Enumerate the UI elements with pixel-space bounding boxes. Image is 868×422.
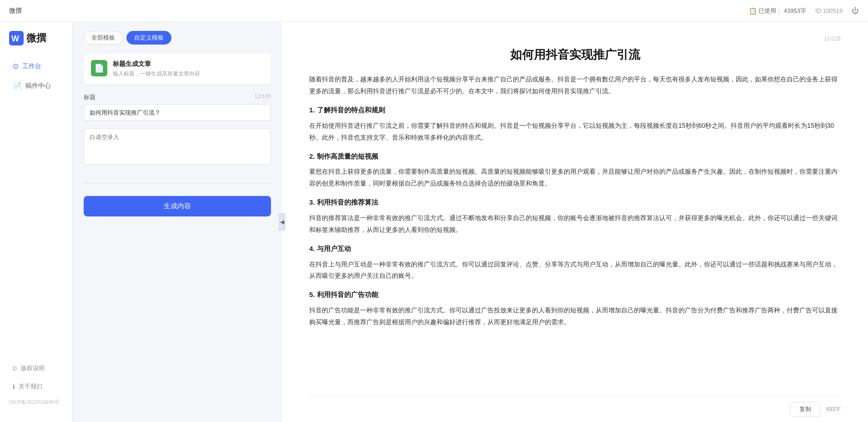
title-char-count: 12/100	[254, 93, 271, 101]
logo-icon: W	[9, 31, 24, 45]
article-paragraph: 在抖音上与用户互动是一种非常有效的推广引流方式。你可以通过回复评论、点赞、分享等…	[309, 259, 841, 282]
article-paragraph: 随着抖音的普及，越来越多的人开始利用这个短视频分享平台来推广自己的产品或服务。抖…	[309, 74, 841, 97]
sidebar-item-about[interactable]: ℹ 关于我们	[4, 378, 69, 395]
icp-text: ©ICP备2022016846号	[0, 396, 72, 408]
topbar-title: 微撰	[9, 7, 22, 15]
sidebar-item-copyright-label: 版权说明	[21, 364, 45, 372]
filter-tab-all[interactable]: 全部模板	[84, 31, 123, 45]
template-desc: 输入标题，一键生成高质量文章内容	[113, 70, 200, 78]
sidebar-item-copyright[interactable]: © 版权说明	[4, 360, 69, 377]
sidebar-item-drafts[interactable]: 📄 稿件中心	[4, 77, 69, 95]
copy-button[interactable]: 复制	[790, 402, 821, 417]
article-paragraph: 在开始使用抖音进行推广引流之前，你需要了解抖音的特点和规则。抖音是一个短视频分享…	[309, 120, 841, 144]
filter-tabs: 全部模板 自定义模板	[84, 31, 271, 45]
main-layout: W 微撰 ⊙ 工作台 📄 稿件中心 © 版权说明 ℹ 关于我们 ©ICP备202…	[0, 22, 868, 422]
right-panel-footer: 复制 693字	[309, 396, 841, 422]
template-card-icon: 📄	[91, 60, 107, 76]
article-paragraph: 抖音的推荐算法是一种非常有效的推广引流方式。通过不断地发布和分享自己的短视频，你…	[309, 212, 841, 236]
about-icon: ℹ	[13, 383, 15, 390]
logo: W 微撰	[0, 31, 72, 56]
drafts-icon: 📄	[13, 81, 22, 90]
sidebar-item-about-label: 关于我们	[19, 382, 42, 391]
collapse-arrow[interactable]: ◀	[278, 213, 286, 231]
content-area: 全部模板 自定义模板 📄 标题生成文章 输入标题，一键生成高质量文章内容 标题 …	[73, 22, 868, 422]
word-count: 693字	[826, 406, 841, 413]
article-section-title: 3. 利用抖音的推荐算法	[309, 196, 841, 209]
article-section-title: 1. 了解抖音的特点和规则	[309, 104, 841, 116]
right-panel: 11/128 如何用抖音实现推广引流 随着抖音的普及，越来越多的人开始利用这个短…	[282, 22, 868, 422]
sidebar-item-workbench-label: 工作台	[22, 62, 41, 70]
logo-text: 微撰	[26, 31, 46, 45]
usage-label: 已使用：	[758, 7, 782, 15]
template-info: 标题生成文章 输入标题，一键生成高质量文章内容	[113, 60, 200, 78]
article-section-title: 5. 利用抖音的广告功能	[309, 288, 841, 301]
sidebar: W 微撰 ⊙ 工作台 📄 稿件中心 © 版权说明 ℹ 关于我们 ©ICP备202…	[0, 22, 73, 422]
article-body: 随着抖音的普及，越来越多的人开始利用这个短视频分享平台来推广自己的产品或服务。抖…	[309, 74, 841, 394]
usage-info: 📋 已使用： 43953字	[749, 7, 806, 15]
body-textarea[interactable]	[84, 128, 271, 165]
user-id: ID:100519	[815, 7, 843, 14]
copyright-icon: ©	[13, 365, 17, 372]
sidebar-item-workbench[interactable]: ⊙ 工作台	[4, 57, 69, 75]
generate-button[interactable]: 生成内容	[84, 196, 271, 216]
left-panel: 全部模板 自定义模板 📄 标题生成文章 输入标题，一键生成高质量文章内容 标题 …	[73, 22, 282, 422]
article-section-title: 4. 与用户互动	[309, 242, 841, 255]
usage-count: 43953字	[784, 7, 806, 15]
article-paragraph: 要想在抖音上获得更多的流量，你需要制作高质量的短视频。高质量的短视频能够吸引更多…	[309, 166, 841, 190]
sidebar-bottom: © 版权说明 ℹ 关于我们 ©ICP备2022016846号	[0, 359, 72, 413]
body-form-group	[84, 128, 271, 166]
article-paragraph: 抖音的广告功能是一种非常有效的推广引流方式。你可以通过广告投放来让更多的人看到你…	[309, 305, 841, 328]
article-section-title: 2. 制作高质量的短视频	[309, 150, 841, 163]
title-input[interactable]	[84, 104, 271, 121]
title-form-group: 标题 12/100	[84, 93, 271, 121]
form-divider	[84, 183, 271, 183]
page-counter: 11/128	[309, 35, 841, 42]
doc-icon: 📋	[749, 7, 757, 15]
title-label: 标题	[84, 93, 95, 101]
sidebar-item-drafts-label: 稿件中心	[25, 82, 51, 90]
template-card[interactable]: 📄 标题生成文章 输入标题，一键生成高质量文章内容	[84, 54, 271, 84]
power-icon[interactable]: ⏻	[852, 7, 859, 15]
article-title: 如何用抖音实现推广引流	[309, 46, 841, 63]
template-name: 标题生成文章	[113, 60, 200, 68]
title-label-row: 标题 12/100	[84, 93, 271, 101]
filter-tab-custom[interactable]: 自定义模板	[126, 31, 171, 45]
workbench-icon: ⊙	[13, 62, 19, 70]
svg-text:W: W	[11, 34, 19, 43]
topbar-right: 📋 已使用： 43953字 ID:100519 ⏻	[749, 7, 859, 15]
topbar: 微撰 📋 已使用： 43953字 ID:100519 ⏻	[0, 0, 868, 22]
